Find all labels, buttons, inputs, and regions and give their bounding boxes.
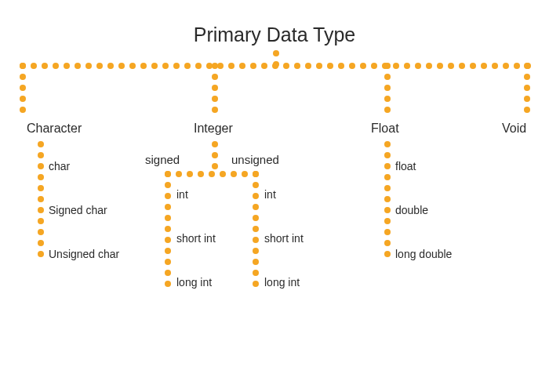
leaf-unsigned-int: int <box>264 188 276 201</box>
leaf-signed-int: int <box>176 188 188 201</box>
leaf-char: char <box>49 160 70 172</box>
leaf-unsigned-short: short int <box>264 232 304 245</box>
sublabel-signed: signed <box>145 153 180 166</box>
connector-float-vertical <box>384 141 391 257</box>
connector-drop-float <box>384 63 391 113</box>
connector-signed-vertical <box>165 171 171 287</box>
leaf-signed-char: Signed char <box>49 204 107 216</box>
leaf-float: float <box>395 160 416 172</box>
connector-drop-void <box>524 63 530 113</box>
branch-character: Character <box>27 122 82 136</box>
connector-integer-drop <box>212 141 218 169</box>
branch-integer: Integer <box>194 122 233 136</box>
leaf-long-double: long double <box>395 248 452 260</box>
leaf-signed-short: short int <box>176 232 216 245</box>
sublabel-unsigned: unsigned <box>231 153 279 166</box>
leaf-signed-long: long int <box>176 276 212 289</box>
diagram-title: Primary Data Type <box>194 24 356 46</box>
connector-title-drop <box>273 50 279 67</box>
connector-character-vertical <box>38 141 44 257</box>
connector-unsigned-vertical <box>253 171 259 287</box>
leaf-double: double <box>395 204 428 216</box>
connector-integer-horizontal <box>165 171 259 177</box>
branch-float: Float <box>371 122 399 136</box>
leaf-unsigned-long: long int <box>264 276 300 289</box>
connector-drop-integer <box>212 63 218 113</box>
connector-drop-character <box>20 63 26 113</box>
branch-void: Void <box>502 122 526 136</box>
leaf-unsigned-char: Unsigned char <box>49 248 119 260</box>
